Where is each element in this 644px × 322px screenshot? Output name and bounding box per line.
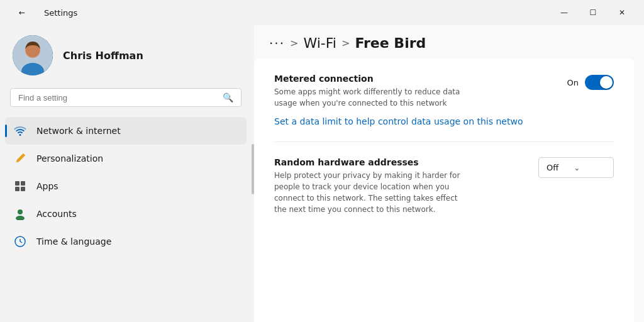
random-hw-text: Random hardware addresses Help protect y… (274, 157, 528, 215)
app-container: Chris Hoffman 🔍 (0, 25, 644, 322)
nav-label-personalization: Personalization (36, 153, 103, 164)
sidebar: Chris Hoffman 🔍 (0, 25, 252, 322)
breadcrumb-sep2: > (341, 37, 350, 49)
svg-rect-6 (15, 187, 19, 191)
accounts-icon (13, 206, 28, 221)
settings-panel: Metered connection Some apps might work … (254, 58, 634, 322)
dropdown-value: Off (547, 163, 558, 172)
metered-connection-section: Metered connection Some apps might work … (274, 74, 614, 142)
breadcrumb-dots: ··· (269, 36, 285, 51)
breadcrumb: ··· > Wi-Fi > Free Bird (254, 25, 644, 58)
nav-list: Network & internet Personalization (0, 114, 252, 322)
metered-connection-desc: Some apps might work differently to redu… (274, 86, 463, 109)
personalization-icon (13, 151, 28, 166)
sidebar-item-network[interactable]: Network & internet (5, 117, 247, 145)
apps-icon (13, 179, 28, 194)
sidebar-item-apps[interactable]: Apps (5, 172, 247, 200)
nav-label-apps: Apps (36, 181, 58, 191)
nav-label-accounts: Accounts (36, 209, 77, 219)
back-button[interactable]: ← (8, 3, 36, 23)
close-button[interactable]: ✕ (608, 3, 636, 23)
search-box: 🔍 (10, 88, 242, 107)
minimize-button[interactable]: — (550, 3, 579, 23)
titlebar: ← Settings — ☐ ✕ (0, 0, 644, 25)
time-icon (13, 234, 28, 249)
main-content: ··· > Wi-Fi > Free Bird Metered connecti… (254, 25, 644, 322)
svg-point-9 (16, 216, 25, 220)
metered-toggle[interactable] (585, 75, 614, 90)
random-hw-dropdown[interactable]: Off ⌄ (538, 157, 614, 178)
sidebar-item-time[interactable]: Time & language (5, 228, 247, 255)
breadcrumb-wifi: Wi-Fi (303, 35, 336, 51)
search-icon: 🔍 (223, 92, 233, 103)
search-input[interactable] (18, 93, 218, 103)
user-name: Chris Hoffman (63, 50, 143, 62)
sidebar-item-accounts[interactable]: Accounts (5, 200, 247, 228)
metered-connection-text: Metered connection Some apps might work … (274, 74, 557, 109)
random-hw-title: Random hardware addresses (274, 157, 528, 167)
data-limit-link[interactable]: Set a data limit to help control data us… (274, 116, 576, 126)
metered-connection-control: On (567, 74, 614, 90)
maximize-button[interactable]: ☐ (579, 3, 608, 23)
svg-rect-4 (15, 181, 19, 186)
random-hw-section: Random hardware addresses Help protect y… (274, 157, 614, 230)
svg-point-8 (18, 209, 23, 214)
search-container: 🔍 (0, 88, 252, 114)
network-icon (13, 123, 28, 138)
sidebar-item-personalization[interactable]: Personalization (5, 145, 247, 172)
svg-rect-7 (21, 187, 25, 191)
toggle-on-label: On (567, 78, 579, 87)
random-hw-control: Off ⌄ (538, 157, 614, 178)
nav-label-time: Time & language (36, 236, 111, 247)
app-title: Settings (44, 8, 77, 18)
dropdown-arrow-icon: ⌄ (574, 164, 580, 172)
user-profile: Chris Hoffman (0, 25, 252, 88)
avatar (13, 35, 53, 75)
svg-line-12 (20, 242, 22, 243)
metered-connection-title: Metered connection (274, 74, 557, 84)
nav-label-network: Network & internet (36, 126, 121, 136)
breadcrumb-sep1: > (290, 37, 298, 49)
breadcrumb-network-name: Free Bird (355, 35, 426, 51)
toggle-thumb (600, 76, 613, 89)
metered-connection-row: Metered connection Some apps might work … (274, 74, 614, 109)
random-hw-row: Random hardware addresses Help protect y… (274, 157, 614, 215)
window-controls: — ☐ ✕ (550, 3, 636, 23)
svg-rect-5 (21, 181, 25, 186)
random-hw-desc: Help protect your privacy by making it h… (274, 170, 463, 215)
